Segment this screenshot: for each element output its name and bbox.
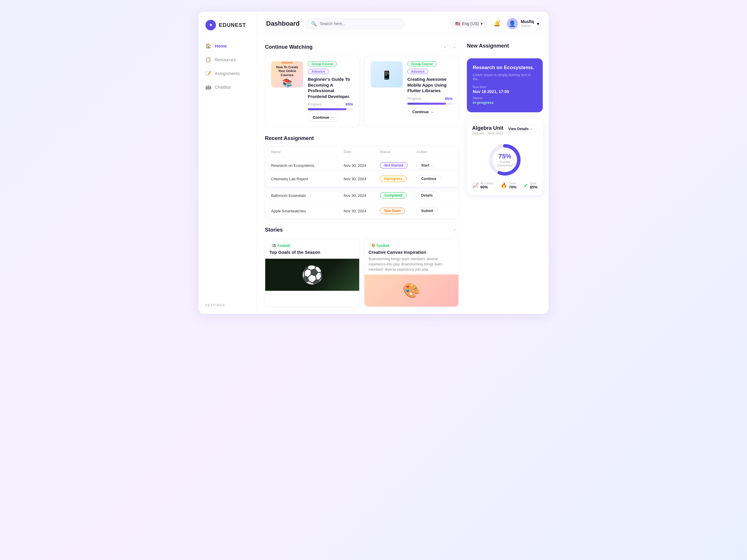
row-name-4: Apple Smartwatches	[271, 209, 344, 213]
user-chevron-icon: ▾	[537, 21, 539, 27]
prev-arrow[interactable]: ‹	[441, 43, 449, 51]
quiz-label: Quiz	[530, 181, 538, 185]
quiz-icon: ✔	[524, 182, 528, 189]
donut-pct: 75%	[496, 153, 514, 160]
header: Dashboard 🔍 🇺🇸 Eng (US) ▾ 🔔 👤	[257, 12, 548, 35]
stat-time: 🔥 Time 70%	[501, 181, 516, 189]
donut-container: 75% Grades Completed	[487, 142, 522, 177]
notification-dot	[498, 20, 501, 23]
stories-prev-arrow[interactable]: ‹	[450, 226, 459, 234]
col-status: Status	[380, 150, 416, 154]
nav-arrows: ‹ ›	[441, 43, 459, 51]
continue-button-2[interactable]: Continue →	[407, 108, 439, 116]
assignment-table: Name Date Status Action Research on Ecos…	[265, 146, 459, 219]
story-category-1: ⚽ Football	[269, 243, 293, 248]
course-thumb-icon-2: 📱	[382, 70, 392, 80]
sidebar-item-chatbot-label: ChatBot	[215, 85, 231, 89]
action-button-4[interactable]: Submit	[416, 207, 438, 215]
floating-row: Chemistry Lab Report Nov 30, 2024 Inprog…	[265, 171, 458, 187]
new-assignment-title: New Assignment	[467, 43, 509, 49]
action-button-3[interactable]: Details	[416, 192, 438, 199]
stat-accuracy: 📈 Accuracy 90%	[472, 181, 493, 189]
algebra-unit-card: Algebra Unit Januart - June 2021 View De…	[467, 119, 543, 195]
sidebar-item-assignments-label: Assignments	[215, 71, 240, 76]
settings-label: SETTINGS	[199, 297, 257, 308]
algebra-title-area: Algebra Unit Januart - June 2021	[472, 125, 504, 139]
floating-row-status: Inprogress	[380, 176, 416, 182]
story-category-2: 🎨 Football	[368, 243, 392, 248]
stories-grid: ⚽ Football Top Goals of the Season ⚽	[265, 239, 459, 307]
row-status-3: Completed	[380, 192, 416, 198]
sidebar-item-assignments[interactable]: 📝 Assignments	[199, 67, 257, 80]
sidebar-item-home-label: Home	[215, 44, 227, 48]
course-thumb-title: How To Create Your Online Courses	[274, 65, 301, 77]
story-title-1: Top Goals of the Season	[269, 250, 355, 255]
table-row: Bathroom Essentials Nov 30, 2024 Complet…	[265, 188, 458, 203]
continue-button-1[interactable]: Continue →	[308, 113, 339, 122]
content-area: Continue Watching ‹ › edunest How To Cre…	[257, 35, 548, 314]
user-role: Admin	[521, 24, 534, 28]
assignments-icon: 📝	[205, 71, 211, 76]
course-thumb-1: edunest How To Create Your Online Course…	[271, 61, 303, 87]
sidebar-item-home[interactable]: 🏠 Home	[199, 40, 257, 52]
due-date-label: Due Date	[473, 85, 537, 89]
course-brand: edunest	[282, 61, 293, 64]
col-name: Name	[271, 150, 344, 154]
stat-quiz: ✔ Quiz 85%	[524, 181, 538, 189]
row-name-3: Bathroom Essentials	[271, 193, 344, 198]
search-input[interactable]	[320, 21, 399, 26]
search-bar[interactable]: 🔍	[306, 18, 405, 29]
user-details: Musfiq Admin	[521, 19, 534, 28]
stories-title: Stories	[265, 227, 283, 233]
story-img-1: ⚽	[265, 259, 359, 291]
time-label: Time	[509, 181, 516, 185]
new-assign-name: Research on Ecosystems.	[473, 65, 537, 71]
notification-button[interactable]: 🔔	[492, 18, 502, 29]
course-tags-1: Group Course Advance	[308, 61, 353, 74]
view-details-button[interactable]: View Details →	[504, 125, 538, 133]
main-content: Continue Watching ‹ › edunest How To Cre…	[257, 35, 467, 314]
user-info[interactable]: 👤 Musfiq Admin ▾	[507, 18, 539, 29]
stories-header: Stories ‹	[265, 226, 459, 234]
action-button-1[interactable]: Start	[416, 162, 434, 169]
action-button-floating[interactable]: Continue	[416, 175, 441, 183]
floating-row-date: Nov 30, 2024	[344, 177, 380, 181]
col-date: Date	[344, 150, 380, 154]
continue-watching-title: Continue Watching	[265, 44, 312, 50]
stat-time-values: Time 70%	[509, 181, 516, 189]
time-value: 70%	[509, 185, 516, 189]
progress-pct-1: 85%	[345, 102, 353, 106]
sidebar-item-chatbot[interactable]: 🤖 ChatBot	[199, 81, 257, 93]
new-assignment-header: New Assignment	[467, 43, 543, 49]
progress-bar-fill-2	[407, 103, 446, 105]
donut-label: Grades Completed	[496, 160, 514, 167]
status-badge-floating: Inprogress	[380, 176, 407, 182]
next-arrow[interactable]: ›	[450, 43, 459, 51]
header-actions: 🇺🇸 Eng (US) ▾ 🔔 👤 Musfiq Admin ▾	[451, 18, 539, 29]
accuracy-icon: 📈	[472, 182, 479, 189]
story-meta-2: 🎨 Football Creative Canvas Inspiration B…	[364, 239, 458, 274]
donut-center: 75% Grades Completed	[496, 153, 514, 167]
main-area: Dashboard 🔍 🇺🇸 Eng (US) ▾ 🔔 👤	[257, 12, 548, 314]
course-name-1: Beginner's Guide To Becoming A Professio…	[308, 76, 353, 99]
course-card-2: 📱 Group Course Advance Creating Awesome …	[364, 56, 459, 127]
status-badge-1: Not Started	[380, 162, 408, 168]
language-button[interactable]: 🇺🇸 Eng (US) ▾	[451, 19, 487, 28]
story-meta-1: ⚽ Football Top Goals of the Season	[265, 239, 359, 259]
progress-label-2: Progress	[407, 97, 421, 101]
sidebar-item-resources[interactable]: 📋 Resources	[199, 53, 257, 66]
app-name: EDUNEST	[219, 22, 246, 28]
course-card-1: edunest How To Create Your Online Course…	[265, 56, 359, 127]
logo-area: ✦ EDUNEST	[199, 20, 257, 40]
chatbot-icon: 🤖	[205, 84, 211, 90]
new-assign-status: Status in-progress	[473, 96, 537, 105]
language-label: Eng (US)	[462, 21, 479, 26]
table-row: Apple Smartwatches Nov 30, 2024 Due Soon…	[265, 203, 458, 218]
floating-row-action: Continue	[416, 175, 453, 183]
story-desc-2: Brainstorming brings team members' diver…	[368, 257, 454, 272]
sidebar: ✦ EDUNEST 🏠 Home 📋 Resources 📝 Assignmen…	[199, 12, 257, 314]
home-icon: 🏠	[205, 43, 211, 49]
story-card-2: 🎨 Football Creative Canvas Inspiration B…	[364, 239, 459, 307]
row-date-4: Nov 30, 2024	[344, 209, 380, 213]
course-name-2: Creating Awesome Mobile Apps Using Flutt…	[407, 76, 453, 94]
